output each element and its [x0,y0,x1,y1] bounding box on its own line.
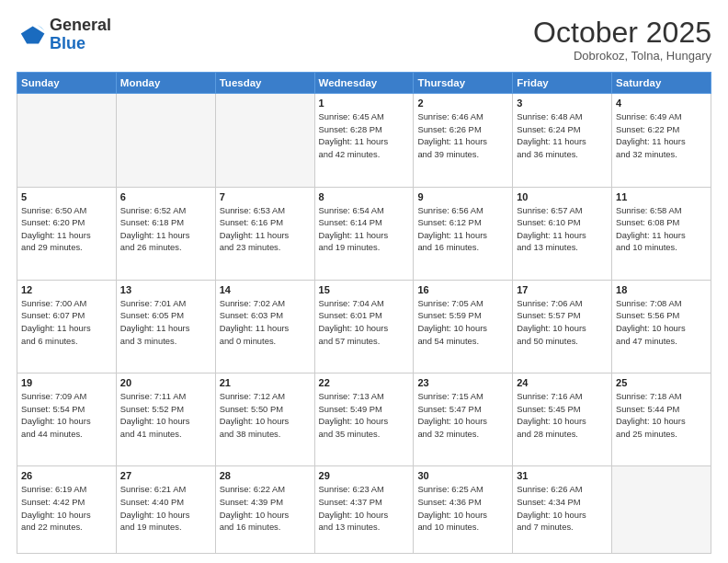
calendar-cell: 1Sunrise: 6:45 AM Sunset: 6:28 PM Daylig… [314,94,414,187]
day-number: 11 [616,191,707,202]
calendar-cell: 28Sunrise: 6:22 AM Sunset: 4:39 PM Dayli… [215,466,314,554]
calendar-cell: 25Sunrise: 7:18 AM Sunset: 5:44 PM Dayli… [612,373,711,466]
day-info: Sunrise: 7:12 AM Sunset: 5:50 PM Dayligh… [220,390,311,441]
day-info: Sunrise: 6:58 AM Sunset: 6:08 PM Dayligh… [616,204,707,255]
day-number: 4 [616,98,707,109]
day-number: 8 [319,191,410,202]
calendar-cell: 24Sunrise: 7:16 AM Sunset: 5:45 PM Dayli… [513,373,612,466]
title-block: October 2025 Dobrokoz, Tolna, Hungary [533,17,711,63]
month-title: October 2025 [533,17,711,49]
day-number: 6 [120,191,211,202]
day-number: 29 [319,470,410,481]
day-info: Sunrise: 7:08 AM Sunset: 5:56 PM Dayligh… [616,297,707,348]
day-info: Sunrise: 7:02 AM Sunset: 6:03 PM Dayligh… [220,297,311,348]
day-number: 31 [517,470,608,481]
day-info: Sunrise: 6:53 AM Sunset: 6:16 PM Dayligh… [220,204,311,255]
day-info: Sunrise: 7:13 AM Sunset: 5:49 PM Dayligh… [319,390,410,441]
day-info: Sunrise: 7:00 AM Sunset: 6:07 PM Dayligh… [21,297,112,348]
logo-icon [17,20,46,50]
calendar-cell: 8Sunrise: 6:54 AM Sunset: 6:14 PM Daylig… [314,187,414,280]
day-number: 12 [21,284,112,295]
day-number: 21 [220,377,311,388]
calendar-cell: 23Sunrise: 7:15 AM Sunset: 5:47 PM Dayli… [414,373,513,466]
logo-general-text: General [50,16,111,34]
day-number: 27 [120,470,211,481]
day-number: 26 [21,470,112,481]
logo: General Blue [17,17,111,53]
calendar-cell: 19Sunrise: 7:09 AM Sunset: 5:54 PM Dayli… [17,373,117,466]
calendar-cell: 31Sunrise: 6:26 AM Sunset: 4:34 PM Dayli… [513,466,612,554]
column-header-saturday: Saturday [612,73,711,94]
header: General Blue October 2025 Dobrokoz, Toln… [17,17,711,63]
calendar-cell: 12Sunrise: 7:00 AM Sunset: 6:07 PM Dayli… [17,280,117,373]
day-info: Sunrise: 6:48 AM Sunset: 6:24 PM Dayligh… [517,110,608,161]
day-info: Sunrise: 6:54 AM Sunset: 6:14 PM Dayligh… [319,204,410,255]
calendar-cell: 17Sunrise: 7:06 AM Sunset: 5:57 PM Dayli… [513,280,612,373]
calendar-cell: 13Sunrise: 7:01 AM Sunset: 6:05 PM Dayli… [116,280,215,373]
day-number: 1 [319,98,410,109]
calendar-cell: 7Sunrise: 6:53 AM Sunset: 6:16 PM Daylig… [215,187,314,280]
calendar-table: SundayMondayTuesdayWednesdayThursdayFrid… [17,72,711,554]
column-header-friday: Friday [513,73,612,94]
logo-blue-text: Blue [50,34,85,52]
day-number: 7 [220,191,311,202]
calendar-cell: 5Sunrise: 6:50 AM Sunset: 6:20 PM Daylig… [17,187,117,280]
day-number: 30 [417,470,508,481]
day-number: 25 [616,377,707,388]
day-info: Sunrise: 7:18 AM Sunset: 5:44 PM Dayligh… [616,390,707,441]
day-info: Sunrise: 6:19 AM Sunset: 4:42 PM Dayligh… [21,483,112,534]
day-number: 15 [319,284,410,295]
day-info: Sunrise: 6:56 AM Sunset: 6:12 PM Dayligh… [417,204,508,255]
day-info: Sunrise: 6:22 AM Sunset: 4:39 PM Dayligh… [220,483,311,534]
column-header-wednesday: Wednesday [314,73,414,94]
calendar-cell: 30Sunrise: 6:25 AM Sunset: 4:36 PM Dayli… [414,466,513,554]
calendar-row-1: 1Sunrise: 6:45 AM Sunset: 6:28 PM Daylig… [17,94,711,187]
calendar-cell: 2Sunrise: 6:46 AM Sunset: 6:26 PM Daylig… [414,94,513,187]
calendar-cell: 27Sunrise: 6:21 AM Sunset: 4:40 PM Dayli… [116,466,215,554]
day-number: 13 [120,284,211,295]
calendar-cell [215,94,314,187]
calendar-cell [612,466,711,554]
day-info: Sunrise: 6:49 AM Sunset: 6:22 PM Dayligh… [616,110,707,161]
day-number: 17 [517,284,608,295]
day-number: 24 [517,377,608,388]
calendar-cell: 4Sunrise: 6:49 AM Sunset: 6:22 PM Daylig… [612,94,711,187]
day-info: Sunrise: 7:09 AM Sunset: 5:54 PM Dayligh… [21,390,112,441]
day-number: 2 [417,98,508,109]
calendar-row-3: 12Sunrise: 7:00 AM Sunset: 6:07 PM Dayli… [17,280,711,373]
day-info: Sunrise: 7:11 AM Sunset: 5:52 PM Dayligh… [120,390,211,441]
day-info: Sunrise: 6:45 AM Sunset: 6:28 PM Dayligh… [319,110,410,161]
column-header-tuesday: Tuesday [215,73,314,94]
day-number: 14 [220,284,311,295]
calendar-row-4: 19Sunrise: 7:09 AM Sunset: 5:54 PM Dayli… [17,373,711,466]
calendar-cell: 22Sunrise: 7:13 AM Sunset: 5:49 PM Dayli… [314,373,414,466]
calendar-cell: 21Sunrise: 7:12 AM Sunset: 5:50 PM Dayli… [215,373,314,466]
day-number: 20 [120,377,211,388]
calendar-header-row: SundayMondayTuesdayWednesdayThursdayFrid… [17,73,711,94]
calendar-cell: 26Sunrise: 6:19 AM Sunset: 4:42 PM Dayli… [17,466,117,554]
day-number: 10 [517,191,608,202]
calendar-row-2: 5Sunrise: 6:50 AM Sunset: 6:20 PM Daylig… [17,187,711,280]
column-header-sunday: Sunday [17,73,117,94]
day-info: Sunrise: 6:21 AM Sunset: 4:40 PM Dayligh… [120,483,211,534]
calendar-cell: 6Sunrise: 6:52 AM Sunset: 6:18 PM Daylig… [116,187,215,280]
calendar-cell [17,94,117,187]
day-number: 16 [417,284,508,295]
day-info: Sunrise: 7:05 AM Sunset: 5:59 PM Dayligh… [417,297,508,348]
calendar-cell: 20Sunrise: 7:11 AM Sunset: 5:52 PM Dayli… [116,373,215,466]
day-info: Sunrise: 6:25 AM Sunset: 4:36 PM Dayligh… [417,483,508,534]
calendar-cell [116,94,215,187]
day-info: Sunrise: 7:15 AM Sunset: 5:47 PM Dayligh… [417,390,508,441]
calendar-cell: 29Sunrise: 6:23 AM Sunset: 4:37 PM Dayli… [314,466,414,554]
calendar-cell: 10Sunrise: 6:57 AM Sunset: 6:10 PM Dayli… [513,187,612,280]
day-info: Sunrise: 7:04 AM Sunset: 6:01 PM Dayligh… [319,297,410,348]
day-info: Sunrise: 6:26 AM Sunset: 4:34 PM Dayligh… [517,483,608,534]
day-number: 23 [417,377,508,388]
day-number: 3 [517,98,608,109]
calendar-cell: 15Sunrise: 7:04 AM Sunset: 6:01 PM Dayli… [314,280,414,373]
location: Dobrokoz, Tolna, Hungary [533,49,711,63]
calendar-cell: 9Sunrise: 6:56 AM Sunset: 6:12 PM Daylig… [414,187,513,280]
column-header-monday: Monday [116,73,215,94]
day-info: Sunrise: 7:16 AM Sunset: 5:45 PM Dayligh… [517,390,608,441]
page: General Blue October 2025 Dobrokoz, Toln… [0,0,728,563]
